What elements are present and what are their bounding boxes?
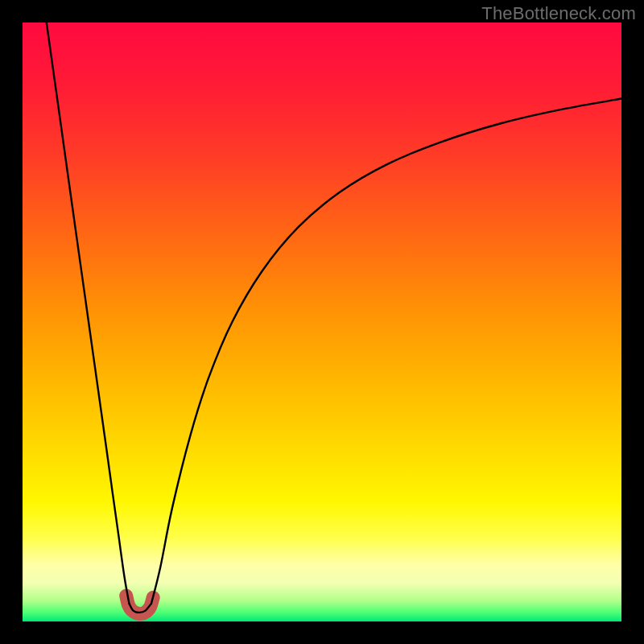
curve-layer	[23, 23, 621, 621]
watermark-text: TheBottleneck.com	[481, 3, 636, 24]
plot-area	[23, 23, 621, 621]
curve-left-branch	[47, 23, 130, 604]
chart-frame: TheBottleneck.com	[0, 0, 644, 644]
curve-right-branch	[151, 98, 621, 603]
